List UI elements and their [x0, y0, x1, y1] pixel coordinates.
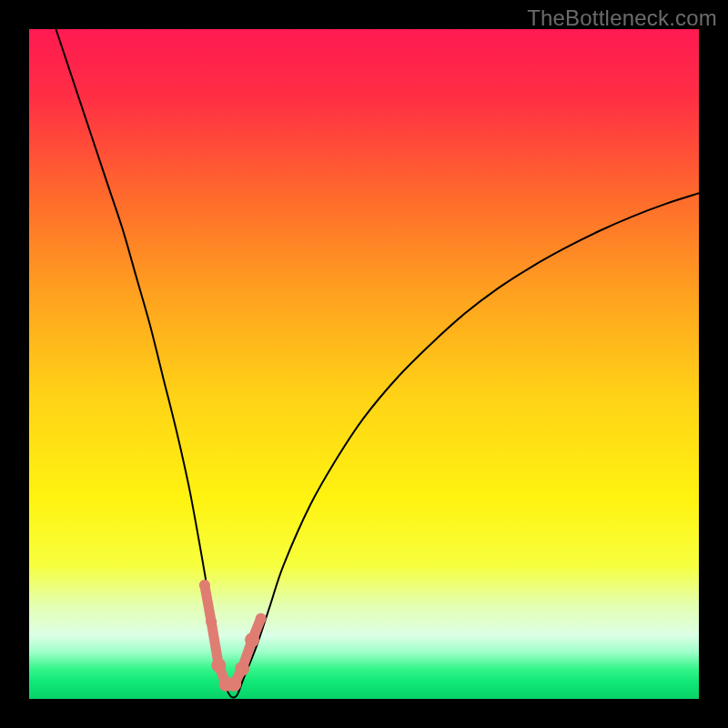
plot-area [29, 29, 699, 699]
highlight-point [256, 613, 267, 624]
highlight-point [227, 677, 241, 692]
highlight-point [245, 632, 259, 647]
bottleneck-curve [56, 29, 699, 698]
curve-layer [29, 29, 699, 699]
highlight-point [235, 662, 249, 676]
chart-frame: TheBottleneck.com [0, 0, 728, 728]
highlight-point [211, 658, 226, 672]
highlight-point [199, 580, 210, 591]
watermark-text: TheBottleneck.com [527, 5, 717, 31]
highlight-point [206, 616, 217, 627]
